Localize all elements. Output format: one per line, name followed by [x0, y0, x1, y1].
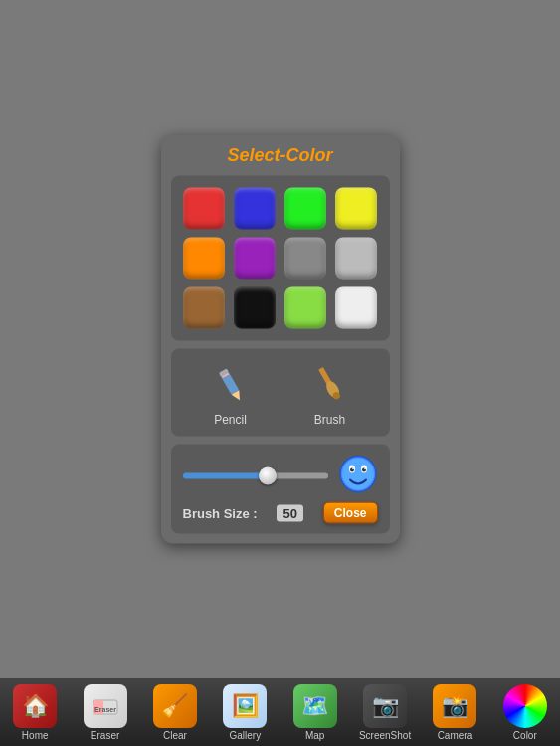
svg-text:Eraser: Eraser — [94, 706, 116, 713]
brush-tool[interactable]: Brush — [305, 359, 355, 427]
toolbar-eraser[interactable]: Eraser Eraser — [71, 684, 140, 741]
color-swatch-yellow[interactable] — [335, 188, 377, 230]
color-swatch-brown[interactable] — [183, 287, 225, 329]
color-swatch-gray-dark[interactable] — [284, 238, 326, 280]
camera-icon: 📸 — [433, 684, 476, 728]
brush-size-row: Brush Size : 50 Close — [183, 502, 378, 524]
home-icon: 🏠 — [13, 684, 57, 728]
toolbar-camera[interactable]: 📸 Camera — [420, 684, 489, 741]
pencil-tool[interactable]: Pencil — [206, 359, 256, 427]
brush-size-slider[interactable] — [183, 473, 328, 479]
color-swatch-purple[interactable] — [234, 238, 276, 280]
brush-size-section: Brush Size : 50 Close — [171, 445, 390, 534]
brush-icon — [305, 359, 355, 409]
brush-slider-container — [183, 466, 328, 483]
color-panel: Select-Color Penci — [161, 135, 400, 544]
tools-section: Pencil Brush — [171, 349, 390, 437]
color-wheel-icon — [503, 684, 547, 728]
color-swatch-white[interactable] — [335, 287, 377, 329]
pencil-icon — [206, 359, 256, 409]
color-swatch-blue[interactable] — [234, 188, 276, 230]
screenshot-icon: 📷 — [363, 684, 407, 728]
map-label: Map — [305, 730, 324, 741]
color-swatch-green-light[interactable] — [284, 287, 326, 329]
smiley-icon — [338, 455, 378, 494]
brush-size-label: Brush Size : — [183, 505, 258, 520]
color-swatch-gray-light[interactable] — [335, 238, 377, 280]
color-grid — [183, 188, 378, 329]
canvas-area: Select-Color Penci — [0, 0, 560, 678]
home-label: Home — [22, 730, 49, 741]
svg-point-8 — [342, 459, 374, 490]
toolbar-gallery[interactable]: 🖼️ Gallery — [210, 684, 280, 741]
clear-icon: 🧹 — [153, 684, 197, 728]
toolbar-clear[interactable]: 🧹 Clear — [140, 684, 210, 741]
close-button[interactable]: Close — [323, 502, 378, 524]
svg-point-13 — [352, 468, 354, 470]
toolbar-color[interactable]: Color — [490, 684, 560, 741]
panel-title: Select-Color — [171, 145, 390, 166]
slider-row — [183, 455, 378, 494]
clear-label: Clear — [163, 730, 187, 741]
color-grid-section — [171, 176, 390, 341]
toolbar-screenshot[interactable]: 📷 ScreenShot — [350, 684, 420, 741]
toolbar-home[interactable]: 🏠 Home — [0, 684, 70, 741]
color-swatch-green[interactable] — [284, 188, 326, 230]
svg-point-14 — [364, 468, 366, 470]
gallery-icon: 🖼️ — [223, 684, 267, 728]
color-swatch-black[interactable] — [234, 287, 276, 329]
pencil-label: Pencil — [214, 413, 247, 427]
gallery-label: Gallery — [229, 730, 261, 741]
color-swatch-orange[interactable] — [183, 238, 225, 280]
screenshot-label: ScreenShot — [359, 730, 411, 741]
toolbar-map[interactable]: 🗺️ Map — [280, 684, 350, 741]
color-swatch-red[interactable] — [183, 188, 225, 230]
map-icon: 🗺️ — [293, 684, 337, 728]
eraser-icon: Eraser — [84, 684, 127, 728]
color-label: Color — [513, 730, 537, 741]
brush-size-value: 50 — [277, 504, 302, 521]
camera-label: Camera — [438, 730, 473, 741]
bottom-toolbar: 🏠 Home Eraser Eraser 🧹 Clear 🖼️ Gallery … — [0, 678, 560, 746]
eraser-label: Eraser — [91, 730, 119, 741]
brush-label: Brush — [314, 413, 345, 427]
